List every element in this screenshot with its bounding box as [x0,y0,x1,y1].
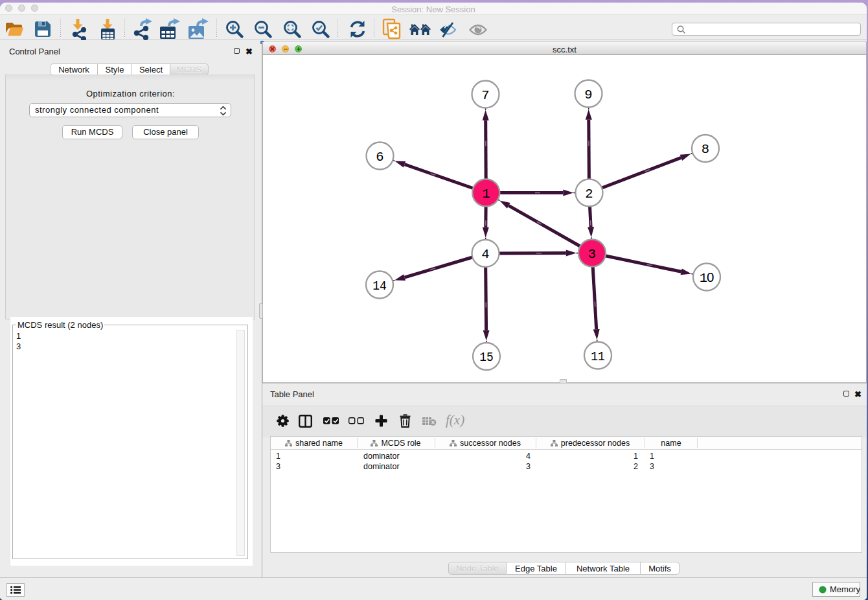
svg-text:10: 10 [700,270,714,286]
svg-text:1: 1 [482,187,490,202]
svg-text:15: 15 [479,350,494,365]
svg-text:7: 7 [481,88,489,103]
svg-text:2: 2 [585,187,593,202]
svg-text:4: 4 [481,247,489,262]
svg-text:9: 9 [584,87,592,102]
svg-text:6: 6 [376,150,383,165]
svg-text:14: 14 [372,279,387,294]
svg-text:3: 3 [588,247,596,262]
svg-text:8: 8 [702,142,709,157]
svg-text:11: 11 [591,349,605,364]
